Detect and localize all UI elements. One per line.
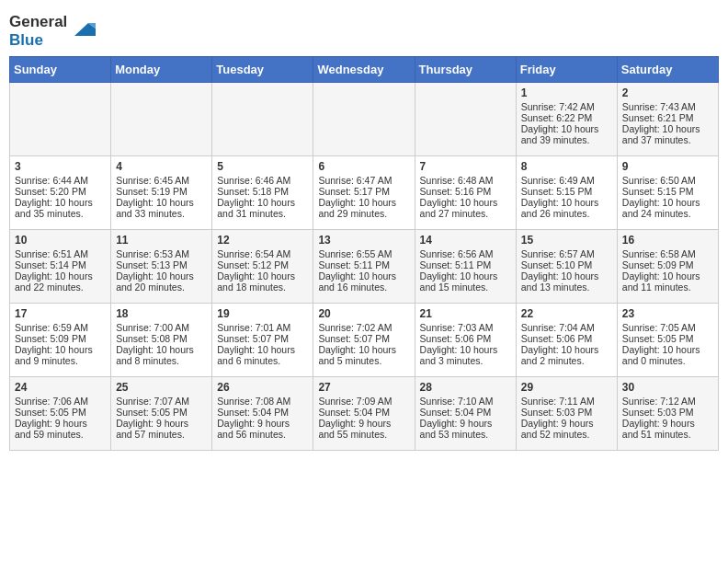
calendar-table: SundayMondayTuesdayWednesdayThursdayFrid… (9, 56, 719, 451)
day-number: 8 (521, 160, 612, 173)
day-info: Sunset: 5:17 PM (318, 186, 409, 197)
day-info: Sunrise: 7:03 AM (420, 322, 511, 333)
day-info: Sunrise: 7:43 AM (622, 101, 713, 112)
logo-icon (70, 16, 97, 43)
day-number: 11 (116, 234, 207, 247)
day-info: Sunset: 5:07 PM (318, 333, 409, 344)
col-header-friday: Friday (516, 57, 617, 83)
day-info: Daylight: 9 hours and 56 minutes. (217, 418, 308, 440)
day-info: Sunrise: 6:48 AM (420, 175, 511, 186)
day-info: Daylight: 9 hours and 55 minutes. (318, 418, 409, 440)
day-info: Daylight: 10 hours and 0 minutes. (622, 344, 713, 366)
day-info: Daylight: 10 hours and 24 minutes. (622, 197, 713, 219)
calendar-week-row: 24Sunrise: 7:06 AMSunset: 5:05 PMDayligh… (10, 377, 719, 451)
day-number: 1 (521, 86, 612, 99)
calendar-cell: 19Sunrise: 7:01 AMSunset: 5:07 PMDayligh… (212, 304, 313, 377)
calendar-header-row: SundayMondayTuesdayWednesdayThursdayFrid… (10, 57, 719, 83)
day-number: 4 (116, 160, 207, 173)
day-info: Sunset: 5:05 PM (622, 333, 713, 344)
calendar-week-row: 10Sunrise: 6:51 AMSunset: 5:14 PMDayligh… (10, 230, 719, 304)
day-info: Sunrise: 6:57 AM (521, 248, 612, 259)
day-number: 9 (622, 160, 713, 173)
calendar-cell: 9Sunrise: 6:50 AMSunset: 5:15 PMDaylight… (617, 156, 718, 230)
day-info: Sunrise: 6:56 AM (420, 248, 511, 259)
calendar-cell: 28Sunrise: 7:10 AMSunset: 5:04 PMDayligh… (415, 377, 516, 451)
day-info: Sunset: 5:14 PM (15, 259, 106, 270)
day-info: Sunrise: 6:59 AM (15, 322, 106, 333)
day-info: Sunset: 5:11 PM (318, 259, 409, 270)
day-info: Daylight: 10 hours and 33 minutes. (116, 197, 207, 219)
calendar-cell: 25Sunrise: 7:07 AMSunset: 5:05 PMDayligh… (111, 377, 212, 451)
calendar-cell: 10Sunrise: 6:51 AMSunset: 5:14 PMDayligh… (10, 230, 111, 304)
day-number: 13 (318, 234, 409, 247)
day-info: Daylight: 10 hours and 37 minutes. (622, 123, 713, 145)
day-number: 12 (217, 234, 308, 247)
day-info: Sunrise: 7:00 AM (116, 322, 207, 333)
day-info: Sunrise: 7:06 AM (15, 396, 106, 407)
calendar-cell: 23Sunrise: 7:05 AMSunset: 5:05 PMDayligh… (617, 304, 718, 377)
col-header-tuesday: Tuesday (212, 57, 313, 83)
col-header-saturday: Saturday (617, 57, 718, 83)
day-info: Sunset: 5:06 PM (420, 333, 511, 344)
day-number: 15 (521, 234, 612, 247)
calendar-cell: 20Sunrise: 7:02 AMSunset: 5:07 PMDayligh… (313, 304, 415, 377)
day-number: 18 (116, 307, 207, 320)
day-info: Sunrise: 7:12 AM (622, 396, 713, 407)
day-info: Sunrise: 7:01 AM (217, 322, 308, 333)
day-info: Daylight: 10 hours and 3 minutes. (420, 344, 511, 366)
day-info: Sunrise: 7:07 AM (116, 396, 207, 407)
col-header-wednesday: Wednesday (313, 57, 415, 83)
calendar-cell: 18Sunrise: 7:00 AMSunset: 5:08 PMDayligh… (111, 304, 212, 377)
calendar-cell: 14Sunrise: 6:56 AMSunset: 5:11 PMDayligh… (415, 230, 516, 304)
calendar-cell: 11Sunrise: 6:53 AMSunset: 5:13 PMDayligh… (111, 230, 212, 304)
day-info: Sunset: 5:03 PM (622, 407, 713, 418)
day-info: Sunset: 5:06 PM (521, 333, 612, 344)
calendar-cell: 5Sunrise: 6:46 AMSunset: 5:18 PMDaylight… (212, 156, 313, 230)
day-number: 19 (217, 307, 308, 320)
day-info: Daylight: 10 hours and 6 minutes. (217, 344, 308, 366)
calendar-cell: 7Sunrise: 6:48 AMSunset: 5:16 PMDaylight… (415, 156, 516, 230)
calendar-week-row: 17Sunrise: 6:59 AMSunset: 5:09 PMDayligh… (10, 304, 719, 377)
day-info: Sunrise: 6:50 AM (622, 175, 713, 186)
calendar-cell (111, 83, 212, 156)
day-info: Daylight: 10 hours and 20 minutes. (116, 270, 207, 293)
col-header-thursday: Thursday (415, 57, 516, 83)
day-number: 29 (521, 381, 612, 394)
day-info: Daylight: 9 hours and 57 minutes. (116, 418, 207, 440)
logo-blue: Blue (9, 31, 67, 50)
day-info: Sunrise: 6:47 AM (318, 175, 409, 186)
calendar-cell: 4Sunrise: 6:45 AMSunset: 5:19 PMDaylight… (111, 156, 212, 230)
day-number: 20 (318, 307, 409, 320)
day-info: Sunset: 5:13 PM (116, 259, 207, 270)
day-info: Daylight: 10 hours and 9 minutes. (15, 344, 106, 366)
logo-general: General (9, 13, 67, 31)
day-info: Sunrise: 7:11 AM (521, 396, 612, 407)
day-number: 17 (15, 307, 106, 320)
day-info: Sunrise: 6:49 AM (521, 175, 612, 186)
day-info: Sunset: 5:08 PM (116, 333, 207, 344)
calendar-cell: 12Sunrise: 6:54 AMSunset: 5:12 PMDayligh… (212, 230, 313, 304)
day-info: Sunrise: 6:55 AM (318, 248, 409, 259)
day-number: 10 (15, 234, 106, 247)
calendar-cell (212, 83, 313, 156)
day-info: Sunrise: 6:44 AM (15, 175, 106, 186)
day-info: Daylight: 9 hours and 51 minutes. (622, 418, 713, 440)
day-info: Sunset: 5:18 PM (217, 186, 308, 197)
calendar-cell: 24Sunrise: 7:06 AMSunset: 5:05 PMDayligh… (10, 377, 111, 451)
day-number: 26 (217, 381, 308, 394)
day-number: 27 (318, 381, 409, 394)
calendar-cell: 26Sunrise: 7:08 AMSunset: 5:04 PMDayligh… (212, 377, 313, 451)
day-info: Sunset: 5:19 PM (116, 186, 207, 197)
day-info: Sunset: 5:03 PM (521, 407, 612, 418)
day-number: 7 (420, 160, 511, 173)
day-info: Sunset: 5:11 PM (420, 259, 511, 270)
calendar-cell (415, 83, 516, 156)
day-number: 6 (318, 160, 409, 173)
day-info: Sunset: 5:04 PM (420, 407, 511, 418)
day-info: Daylight: 10 hours and 18 minutes. (217, 270, 308, 293)
day-number: 25 (116, 381, 207, 394)
calendar-cell: 2Sunrise: 7:43 AMSunset: 6:21 PMDaylight… (617, 83, 718, 156)
calendar-week-row: 1Sunrise: 7:42 AMSunset: 6:22 PMDaylight… (10, 83, 719, 156)
calendar-cell: 8Sunrise: 6:49 AMSunset: 5:15 PMDaylight… (516, 156, 617, 230)
day-info: Sunrise: 6:51 AM (15, 248, 106, 259)
